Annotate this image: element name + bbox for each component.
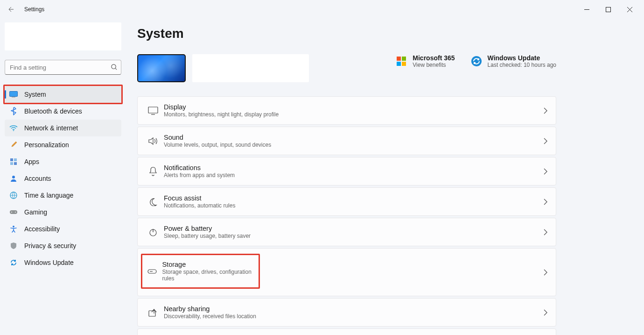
- nav-item-label: System: [24, 91, 46, 98]
- row-multitasking[interactable]: Multitasking Snap windows, desktops, tas…: [137, 328, 556, 335]
- main-content: System Microsoft 365 View benefits: [126, 19, 644, 335]
- chevron-right-icon: [544, 199, 547, 205]
- chevron-right-icon: [544, 107, 547, 114]
- nav-item-label: Gaming: [24, 208, 47, 216]
- nav-item-gaming[interactable]: Gaming: [5, 204, 121, 221]
- svg-rect-5: [10, 158, 13, 161]
- row-power-battery[interactable]: Power & battery Sleep, battery usage, ba…: [137, 218, 556, 246]
- profile-card[interactable]: [5, 22, 121, 50]
- svg-point-13: [15, 212, 16, 213]
- windows-update-icon: [471, 56, 482, 67]
- window-controls: [576, 2, 640, 17]
- share-icon: [146, 308, 160, 317]
- minimize-button[interactable]: [576, 2, 597, 17]
- windows-update-link[interactable]: Windows Update Last checked: 10 hours ag…: [471, 54, 556, 68]
- row-title: Notifications: [164, 164, 235, 171]
- titlebar: Settings: [0, 0, 644, 19]
- row-title: Display: [164, 103, 279, 111]
- wifi-icon: [9, 124, 18, 132]
- row-nearby-sharing[interactable]: Nearby sharing Discoverability, received…: [137, 298, 556, 327]
- svg-rect-18: [402, 62, 406, 66]
- device-thumbnail[interactable]: [137, 54, 186, 82]
- nav-item-label: Accounts: [24, 175, 51, 182]
- nav-item-time-language[interactable]: Time & language: [5, 187, 121, 204]
- ms365-link[interactable]: Microsoft 365 View benefits: [396, 54, 455, 68]
- gamepad-icon: [9, 208, 18, 216]
- nav-item-accessibility[interactable]: Accessibility: [5, 221, 121, 237]
- chevron-right-icon: [544, 309, 547, 316]
- chevron-right-icon: [544, 138, 547, 144]
- row-notifications[interactable]: Notifications Alerts from apps and syste…: [137, 157, 556, 185]
- nav-item-apps[interactable]: Apps: [5, 153, 121, 170]
- search-input[interactable]: [5, 60, 121, 75]
- svg-point-19: [471, 56, 482, 66]
- maximize-button[interactable]: [597, 2, 619, 17]
- nav-item-label: Windows Update: [24, 259, 74, 266]
- nav-item-system[interactable]: System: [5, 86, 121, 103]
- nav-item-network[interactable]: Network & internet: [5, 120, 121, 136]
- system-icon: [9, 90, 18, 99]
- person-icon: [9, 174, 18, 183]
- nav-system-highlight: System: [3, 85, 123, 104]
- row-sub: Storage space, drives, configuration rul…: [162, 269, 253, 282]
- chevron-right-icon: [544, 229, 547, 235]
- sound-icon: [146, 137, 160, 145]
- apps-icon: [9, 157, 18, 166]
- svg-rect-20: [148, 107, 158, 113]
- ms365-icon: [396, 56, 407, 67]
- row-focus-assist[interactable]: Focus assist Notifications, automatic ru…: [137, 187, 556, 216]
- row-title: Nearby sharing: [164, 305, 256, 313]
- nav-item-label: Bluetooth & devices: [24, 107, 82, 115]
- row-title: Storage: [162, 261, 253, 268]
- ms365-title: Microsoft 365: [413, 54, 455, 62]
- svg-rect-17: [397, 62, 401, 66]
- system-header-row: Microsoft 365 View benefits Windows Upda…: [137, 54, 556, 82]
- svg-point-9: [12, 176, 15, 178]
- svg-rect-6: [14, 158, 17, 161]
- row-sub: Alerts from apps and system: [164, 172, 235, 178]
- bluetooth-icon: [9, 107, 18, 115]
- row-storage-highlight: Storage Storage space, drives, configura…: [141, 254, 260, 289]
- app-title: Settings: [24, 6, 44, 13]
- paintbrush-icon: [9, 141, 18, 149]
- update-icon: [9, 258, 18, 267]
- bell-icon: [146, 167, 160, 176]
- nav-item-label: Time & language: [24, 192, 73, 199]
- nav-item-label: Personalization: [24, 141, 69, 149]
- svg-rect-3: [12, 97, 15, 98]
- display-icon: [146, 107, 160, 115]
- row-title: Power & battery: [164, 225, 251, 232]
- accessibility-icon: [9, 225, 18, 233]
- row-storage[interactable]: Storage Storage space, drives, configura…: [137, 248, 556, 296]
- moon-icon: [146, 198, 160, 206]
- nav-item-privacy[interactable]: Privacy & security: [5, 237, 121, 254]
- svg-rect-16: [402, 57, 406, 61]
- chevron-right-icon: [544, 168, 547, 175]
- svg-point-1: [112, 64, 116, 69]
- chevron-right-icon: [544, 269, 547, 276]
- svg-rect-8: [14, 162, 17, 165]
- svg-rect-15: [397, 57, 401, 61]
- device-info-card[interactable]: [192, 54, 309, 82]
- back-button[interactable]: [4, 2, 19, 17]
- page-title: System: [137, 26, 556, 41]
- nav-item-label: Accessibility: [24, 225, 60, 233]
- row-display[interactable]: Display Monitors, brightness, night ligh…: [137, 96, 556, 125]
- wu-title: Windows Update: [488, 54, 556, 62]
- nav-item-personalization[interactable]: Personalization: [5, 136, 121, 153]
- wu-sub: Last checked: 10 hours ago: [488, 62, 556, 68]
- row-title: Focus assist: [164, 194, 235, 202]
- globe-icon: [9, 191, 18, 200]
- storage-icon: [146, 269, 158, 274]
- power-icon: [146, 228, 160, 236]
- search-field-wrap: [5, 60, 121, 75]
- row-sub: Discoverability, received files location: [164, 313, 256, 320]
- search-icon: [111, 64, 118, 71]
- nav-item-windows-update[interactable]: Windows Update: [5, 254, 121, 271]
- svg-point-14: [13, 226, 14, 228]
- nav-item-bluetooth[interactable]: Bluetooth & devices: [5, 103, 121, 120]
- svg-rect-11: [10, 210, 17, 214]
- nav-item-accounts[interactable]: Accounts: [5, 170, 121, 187]
- close-button[interactable]: [619, 2, 640, 17]
- row-sound[interactable]: Sound Volume levels, output, input, soun…: [137, 127, 556, 155]
